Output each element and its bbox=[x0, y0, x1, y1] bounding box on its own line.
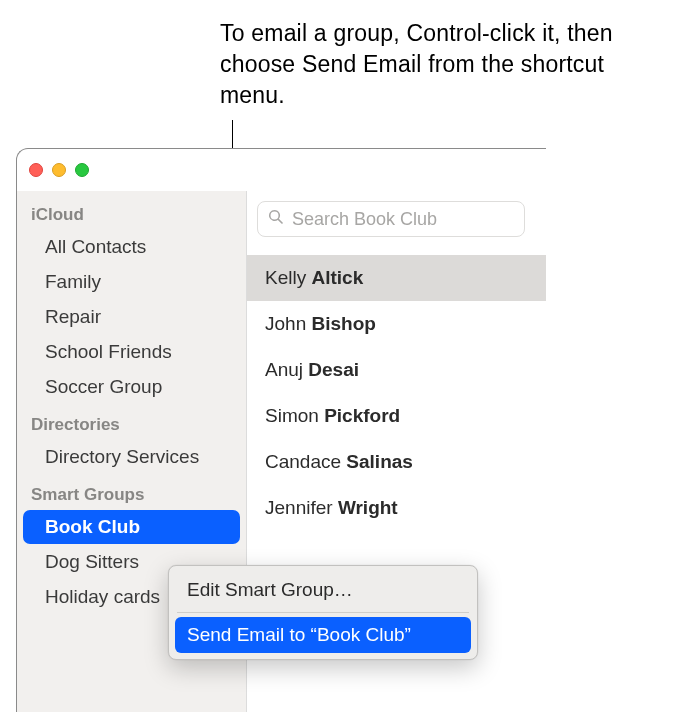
sidebar-section-header: Directories bbox=[17, 405, 246, 439]
contact-last-name: Altick bbox=[311, 267, 363, 288]
sidebar-item-school-friends[interactable]: School Friends bbox=[23, 335, 240, 369]
contact-first-name: Jennifer bbox=[265, 497, 333, 518]
contact-last-name: Salinas bbox=[346, 451, 413, 472]
contact-row[interactable]: Kelly Altick bbox=[247, 255, 546, 301]
menu-divider bbox=[177, 612, 469, 613]
contact-row[interactable]: Candace Salinas bbox=[247, 439, 546, 485]
window-titlebar bbox=[17, 149, 546, 191]
context-menu: Edit Smart Group… Send Email to “Book Cl… bbox=[168, 565, 478, 660]
zoom-window-button[interactable] bbox=[75, 163, 89, 177]
close-window-button[interactable] bbox=[29, 163, 43, 177]
contact-row[interactable]: Anuj Desai bbox=[247, 347, 546, 393]
contact-last-name: Pickford bbox=[324, 405, 400, 426]
sidebar-item-family[interactable]: Family bbox=[23, 265, 240, 299]
contact-list: Kelly Altick John Bishop Anuj Desai Simo… bbox=[247, 255, 546, 531]
contact-first-name: Simon bbox=[265, 405, 319, 426]
contact-first-name: John bbox=[265, 313, 306, 334]
sidebar-item-book-club[interactable]: Book Club bbox=[23, 510, 240, 544]
sidebar-item-all-contacts[interactable]: All Contacts bbox=[23, 230, 240, 264]
minimize-window-button[interactable] bbox=[52, 163, 66, 177]
contact-row[interactable]: Simon Pickford bbox=[247, 393, 546, 439]
contact-first-name: Anuj bbox=[265, 359, 303, 380]
search-icon bbox=[268, 209, 284, 230]
contact-row[interactable]: John Bishop bbox=[247, 301, 546, 347]
contact-row[interactable]: Jennifer Wright bbox=[247, 485, 546, 531]
search-input[interactable]: Search Book Club bbox=[257, 201, 525, 237]
help-caption: To email a group, Control-click it, then… bbox=[220, 18, 650, 111]
sidebar-item-soccer-group[interactable]: Soccer Group bbox=[23, 370, 240, 404]
sidebar-section-header: Smart Groups bbox=[17, 475, 246, 509]
contact-last-name: Desai bbox=[308, 359, 359, 380]
sidebar-item-repair[interactable]: Repair bbox=[23, 300, 240, 334]
search-placeholder: Search Book Club bbox=[292, 209, 437, 230]
menu-item-edit-smart-group[interactable]: Edit Smart Group… bbox=[175, 572, 471, 608]
contact-first-name: Kelly bbox=[265, 267, 306, 288]
sidebar-item-directory-services[interactable]: Directory Services bbox=[23, 440, 240, 474]
sidebar-section-header: iCloud bbox=[17, 195, 246, 229]
menu-item-send-email[interactable]: Send Email to “Book Club” bbox=[175, 617, 471, 653]
contact-last-name: Wright bbox=[338, 497, 398, 518]
contact-first-name: Candace bbox=[265, 451, 341, 472]
contact-last-name: Bishop bbox=[311, 313, 375, 334]
